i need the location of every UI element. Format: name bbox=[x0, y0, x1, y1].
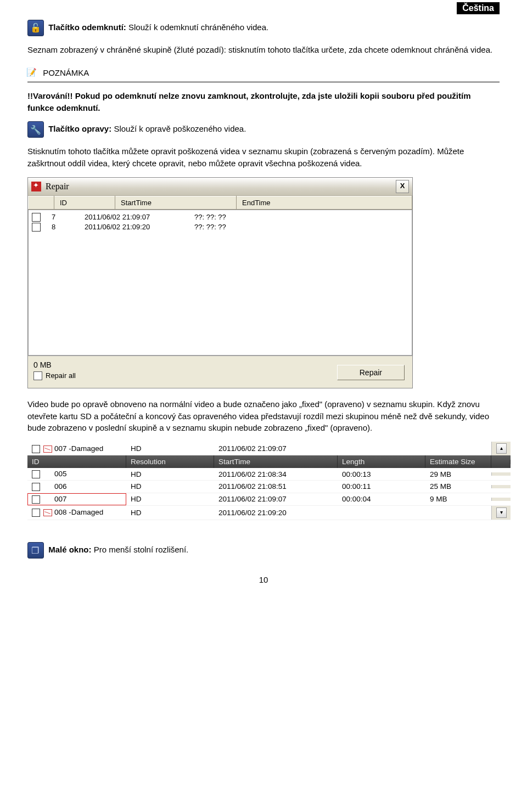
checkbox[interactable] bbox=[32, 509, 40, 517]
cell-est: 25 MB bbox=[425, 481, 491, 492]
repair-dialog: Repair X ID StartTime EndTime 7 2011/06/… bbox=[27, 177, 413, 388]
checkbox[interactable] bbox=[32, 445, 40, 453]
cell-start: 2011/06/02 21:09:07 bbox=[214, 493, 338, 505]
after-repair-paragraph: Video bude po opravě obnoveno na normáln… bbox=[27, 398, 500, 434]
hdr-res[interactable]: Resolution bbox=[126, 455, 214, 468]
group-start: 2011/06/02 21:09:07 bbox=[214, 443, 338, 454]
wrench-icon bbox=[27, 121, 44, 138]
small-window-icon bbox=[27, 542, 44, 559]
unlock-title-rest: Slouží k odemknutí chráněného videa. bbox=[126, 22, 268, 32]
cell-start: 2011/06/02 21:09:20 bbox=[214, 507, 338, 518]
group-row[interactable]: 007 -Damaged HD 2011/06/02 21:09:07 ▴ bbox=[27, 442, 511, 455]
small-window-title: Malé okno: bbox=[48, 545, 91, 554]
cell-len: 00:00:13 bbox=[338, 469, 425, 480]
scroll-up[interactable]: ▴ bbox=[491, 442, 511, 455]
hdr-est[interactable]: Estimate Size bbox=[425, 455, 491, 468]
cell-est bbox=[425, 511, 491, 514]
repair-row[interactable]: 8 2011/06/02 21:09:20 ??: ??: ?? bbox=[29, 222, 412, 232]
repair-dialog-title: Repair bbox=[46, 182, 69, 191]
cell-end: ??: ??: ?? bbox=[194, 213, 226, 221]
cell-res: HD bbox=[126, 481, 214, 492]
repair-row[interactable]: 7 2011/06/02 21:09:07 ??: ??: ?? bbox=[29, 212, 412, 222]
damaged-icon bbox=[43, 446, 52, 453]
warning-text: !!Varování!! Pokud po odemknutí nelze zn… bbox=[27, 90, 500, 114]
group-list: 007 -Damaged HD 2011/06/02 21:09:07 ▴ ID… bbox=[27, 442, 511, 520]
language-badge: Čeština bbox=[457, 2, 500, 14]
cell-id: 7 bbox=[52, 213, 85, 221]
cell-id: 006 bbox=[54, 482, 67, 490]
repair-paragraph: Stisknutím tohoto tlačítka můžete opravi… bbox=[27, 145, 500, 170]
close-button[interactable]: X bbox=[396, 180, 409, 193]
cell-len: 00:00:11 bbox=[338, 481, 425, 492]
list-item[interactable]: 005 HD 2011/06/02 21:08:34 00:00:13 29 M… bbox=[27, 468, 511, 481]
checkbox[interactable] bbox=[32, 470, 40, 478]
cell-id: 005 bbox=[54, 470, 67, 478]
col-id[interactable]: ID bbox=[54, 196, 115, 209]
scroll-down[interactable]: ▾ bbox=[491, 506, 511, 520]
col-endtime[interactable]: EndTime bbox=[237, 196, 412, 209]
note-label: POZNÁMKA bbox=[43, 68, 89, 77]
checkbox[interactable] bbox=[32, 223, 41, 232]
list-header: ID Resolution StartTime Length Estimate … bbox=[27, 455, 511, 468]
cell-est: 29 MB bbox=[425, 469, 491, 480]
cell-res: HD bbox=[126, 507, 214, 518]
page-number: 10 bbox=[27, 575, 500, 584]
unlock-title: Tlačítko odemknutí: bbox=[48, 22, 126, 32]
cell-id: 008 -Damaged bbox=[54, 508, 103, 516]
repair-list: 7 2011/06/02 21:09:07 ??: ??: ?? 8 2011/… bbox=[28, 210, 412, 356]
repair-all-label: Repair all bbox=[46, 371, 76, 380]
small-window-rest: Pro menší stolní rozlišení. bbox=[92, 545, 189, 554]
cell-est: 9 MB bbox=[425, 493, 491, 505]
list-item[interactable]: 007 HD 2011/06/02 21:09:07 00:00:04 9 MB bbox=[27, 493, 511, 506]
cell-res: HD bbox=[126, 493, 214, 505]
group-res: HD bbox=[126, 443, 214, 454]
cell-start: 2011/06/02 21:08:34 bbox=[214, 469, 338, 480]
note-icon bbox=[27, 69, 37, 78]
hdr-id[interactable]: ID bbox=[27, 455, 126, 468]
repair-app-icon bbox=[31, 182, 41, 191]
cell-end: ??: ??: ?? bbox=[194, 223, 226, 231]
cell-len: 00:00:04 bbox=[338, 493, 425, 505]
group-name: 007 -Damaged bbox=[54, 444, 103, 453]
cell-id: 8 bbox=[52, 223, 85, 231]
cell-start: 2011/06/02 21:09:20 bbox=[85, 223, 194, 231]
cell-start: 2011/06/02 21:09:07 bbox=[85, 213, 194, 221]
repair-all-checkbox[interactable] bbox=[33, 371, 42, 380]
cell-id: 007 bbox=[54, 495, 67, 503]
unlock-paragraph: Seznam zobrazený v chráněné skupině (žlu… bbox=[27, 44, 500, 56]
list-item[interactable]: 006 HD 2011/06/02 21:08:51 00:00:11 25 M… bbox=[27, 481, 511, 493]
unlock-icon bbox=[27, 20, 44, 36]
hdr-start[interactable]: StartTime bbox=[214, 455, 338, 468]
repair-button-rest: Slouží k opravě poškozeného videa. bbox=[111, 124, 246, 133]
damaged-icon bbox=[43, 509, 52, 516]
repair-button-title: Tlačítko opravy: bbox=[48, 124, 111, 133]
cell-len bbox=[338, 511, 425, 514]
checkbox[interactable] bbox=[32, 495, 40, 504]
hdr-len[interactable]: Length bbox=[338, 455, 425, 468]
list-item[interactable]: 008 -Damaged HD 2011/06/02 21:09:20 ▾ bbox=[27, 506, 511, 520]
cell-start: 2011/06/02 21:08:51 bbox=[214, 481, 338, 492]
checkbox[interactable] bbox=[32, 213, 41, 222]
cell-res: HD bbox=[126, 469, 214, 480]
repair-button[interactable]: Repair bbox=[337, 365, 405, 380]
col-starttime[interactable]: StartTime bbox=[115, 196, 237, 209]
checkbox[interactable] bbox=[32, 483, 40, 491]
